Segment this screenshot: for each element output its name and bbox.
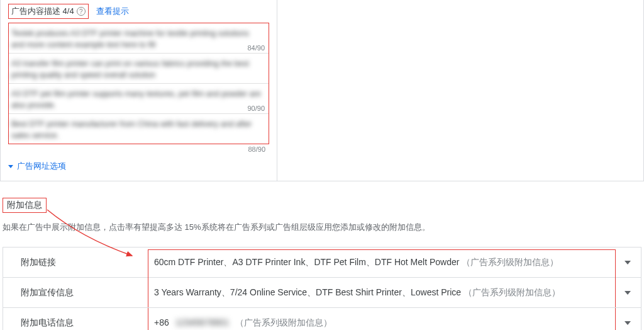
ad-descriptions-panel: 广告内容描述 4/4 ? 查看提示 Textek produces A3 DTF… <box>0 0 644 181</box>
phone-prefix: +86 <box>154 317 169 327</box>
ad-url-options-label: 广告网址选项 <box>17 161 66 172</box>
chevron-down-icon <box>625 291 631 295</box>
chevron-down-icon <box>625 321 631 325</box>
description-text: A3 DTF pet film printer supports many te… <box>11 89 262 111</box>
description-text: A3 transfer film printer can print on va… <box>11 59 262 81</box>
extension-value-text: 3 Years Warranty、7/24 Online Service、DTF… <box>154 287 461 297</box>
extension-level-suffix: （广告系列级附加信息） <box>464 287 560 297</box>
descriptions-header: 广告内容描述 4/4 ? 查看提示 <box>8 4 269 19</box>
phone-number-masked: 12345678901 <box>175 317 230 327</box>
extension-row-phone[interactable]: 附加电话信息 +86 12345678901 （广告系列级附加信息） <box>3 308 641 330</box>
char-count: 90/90 <box>247 105 265 112</box>
extension-level-suffix: （广告系列级附加信息） <box>235 317 332 327</box>
description-text: Best DTF printer manufacturer from China… <box>11 119 262 141</box>
preview-panel <box>277 0 643 181</box>
extension-value-text: 60cm DTF Printer、A3 DTF Printer Ink、DTF … <box>154 257 459 267</box>
view-hint-link[interactable]: 查看提示 <box>96 6 129 17</box>
chevron-down-icon <box>625 261 631 265</box>
extension-label: 附加链接 <box>9 257 154 268</box>
description-row[interactable]: Textek produces A3 DTF printer machine f… <box>9 23 269 54</box>
help-icon[interactable]: ? <box>77 7 86 16</box>
outer-char-count: 88/90 <box>8 144 269 153</box>
descriptions-title: 广告内容描述 4/4 ? <box>8 4 89 19</box>
extensions-subtext: 如果在广告中展示附加信息，点击率有望提高多达 15%系统将在广告系列或广告组层级… <box>3 222 641 233</box>
extensions-table: 附加链接 60cm DTF Printer、A3 DTF Printer Ink… <box>3 247 641 330</box>
char-count: 84/90 <box>247 44 265 52</box>
extension-label: 附加宣传信息 <box>9 287 154 299</box>
description-row[interactable]: A3 DTF pet film printer supports many te… <box>9 84 269 114</box>
extensions-section: 附加信息 如果在广告中展示附加信息，点击率有望提高多达 15%系统将在广告系列或… <box>0 189 644 330</box>
extension-value: 60cm DTF Printer、A3 DTF Printer Ink、DTF … <box>154 257 625 268</box>
description-row[interactable]: Best DTF printer manufacturer from China… <box>9 114 269 144</box>
extension-row-callouts[interactable]: 附加宣传信息 3 Years Warranty、7/24 Online Serv… <box>3 278 641 308</box>
extensions-title: 附加信息 <box>3 198 47 213</box>
extension-label: 附加电话信息 <box>9 317 154 329</box>
description-row[interactable]: A3 transfer film printer can print on va… <box>9 54 269 84</box>
description-text: Textek produces A3 DTF printer machine f… <box>11 28 262 50</box>
descriptions-title-text: 广告内容描述 4/4 <box>11 6 74 17</box>
extension-level-suffix: （广告系列级附加信息） <box>462 257 558 267</box>
descriptions-list: Textek produces A3 DTF printer machine f… <box>8 23 269 144</box>
extension-value: 3 Years Warranty、7/24 Online Service、DTF… <box>154 287 625 299</box>
descriptions-left-column: 广告内容描述 4/4 ? 查看提示 Textek produces A3 DTF… <box>1 0 277 181</box>
extension-value: +86 12345678901 （广告系列级附加信息） <box>154 317 625 329</box>
extension-row-sitelinks[interactable]: 附加链接 60cm DTF Printer、A3 DTF Printer Ink… <box>3 248 641 278</box>
ad-url-options-toggle[interactable]: 广告网址选项 <box>8 161 66 172</box>
chevron-down-icon <box>8 165 13 168</box>
